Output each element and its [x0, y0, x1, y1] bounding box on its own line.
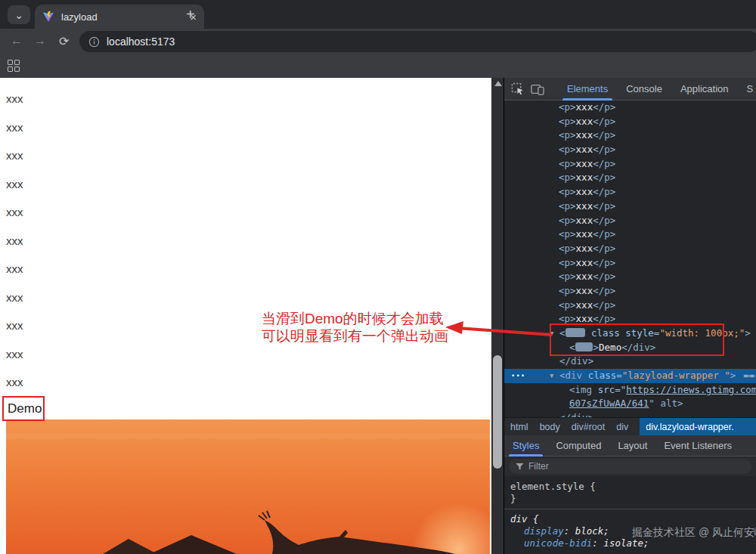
p-text: xxx — [576, 215, 593, 226]
tree-p-row[interactable]: <p>xxx</p> — [504, 157, 756, 172]
p-text: xxx — [576, 285, 593, 296]
page-scrollbar[interactable] — [491, 78, 503, 554]
rule-divider — [504, 509, 756, 509]
tab-search-button[interactable]: ⌄ — [8, 5, 30, 24]
styles-tab-bar: StylesComputedLayoutEvent Listeners — [504, 435, 756, 457]
p-open-tag: <p> — [559, 228, 576, 240]
page-paragraph: xxx — [6, 179, 23, 190]
breadcrumb-item[interactable]: div.lazyload-wrapper. — [640, 418, 756, 435]
tree-p-row[interactable]: <p>xxx</p> — [504, 214, 756, 228]
tree-row-partial-close[interactable]: </div> — [504, 411, 756, 417]
p-open-tag: <p> — [559, 243, 576, 254]
styles-filter-input[interactable]: Filter — [509, 459, 751, 474]
styles-tab-layout[interactable]: Layout — [609, 435, 655, 457]
tree-p-row[interactable]: <p>xxx</p> — [504, 242, 756, 256]
devtools-tab-console[interactable]: Console — [617, 78, 671, 101]
page-paragraph: xxx — [6, 264, 23, 275]
more-actions-icon[interactable]: ••• — [511, 369, 525, 383]
filter-funnel-icon — [516, 463, 524, 471]
breadcrumb-item[interactable]: div#root — [572, 418, 605, 435]
devtools-toolbar: ElementsConsoleApplicationS — [504, 78, 756, 101]
page-viewport: xxxxxxxxxxxxxxxxxxxxxxxxxxxxxxxxx Demo — [0, 78, 491, 554]
annotation-line-1: 当滑到Demo的时候才会加载 — [262, 311, 448, 328]
p-text: xxx — [576, 144, 593, 155]
div-rule-selector[interactable]: div { — [510, 513, 750, 525]
page-paragraphs: xxxxxxxxxxxxxxxxxxxxxxxxxxxxxxxxx — [6, 94, 23, 406]
tree-p-row[interactable]: <p>xxx</p> — [504, 143, 756, 157]
p-close-tag: </p> — [593, 215, 615, 226]
p-open-tag: <p> — [559, 144, 576, 155]
apps-grid-icon[interactable] — [8, 60, 20, 72]
tree-p-row[interactable]: <p>xxx</p> — [504, 299, 756, 313]
breadcrumb-item[interactable]: div — [616, 418, 628, 435]
url-text[interactable]: localhost:5173 — [107, 36, 175, 48]
tree-row-img-line2[interactable]: 607sZfUwAA/641" alt> — [504, 397, 756, 411]
page-paragraph: xxx — [6, 377, 23, 388]
expand-arrow-icon[interactable]: ▼ — [550, 369, 559, 383]
img-src-link[interactable]: https://inews.gtimg.com/om_bt — [626, 384, 756, 395]
p-close-tag: </p> — [593, 129, 615, 141]
page-paragraph: xxx — [6, 320, 23, 332]
tree-row-selected-lazyload-wrapper[interactable]: •••▼<div class="lazyload-wrapper ">== $0 — [504, 369, 756, 383]
tree-p-row[interactable]: <p>xxx</p> — [504, 101, 756, 115]
p-close-tag: </p> — [593, 200, 615, 212]
tree-p-row[interactable]: <p>xxx</p> — [504, 270, 756, 284]
styles-tab-styles[interactable]: Styles — [504, 435, 547, 457]
reload-icon[interactable]: ⟳ — [59, 34, 69, 48]
scrollbar-up-arrow-icon[interactable] — [494, 81, 502, 86]
tree-row-img-line1[interactable]: <img src="https://inews.gtimg.com/om_bt — [504, 383, 756, 398]
vite-logo-icon — [42, 11, 54, 23]
tree-p-row[interactable]: <p>xxx</p> — [504, 128, 756, 143]
p-text: xxx — [576, 101, 593, 113]
address-bar[interactable]: localhost:5173 — [79, 31, 756, 52]
tree-p-row[interactable]: <p>xxx</p> — [504, 200, 756, 214]
inspect-element-icon[interactable] — [511, 82, 524, 97]
p-text: xxx — [576, 116, 593, 127]
tree-p-row[interactable]: <p>xxx</p> — [504, 256, 756, 271]
tree-p-rows: <p>xxx</p><p>xxx</p><p>xxx</p><p>xxx</p>… — [504, 101, 756, 327]
info-icon[interactable] — [88, 36, 100, 48]
chevron-down-icon: ⌄ — [14, 9, 23, 21]
devtools-tab-elements[interactable]: Elements — [558, 78, 617, 101]
breadcrumb-item[interactable]: html — [510, 418, 528, 435]
p-close-tag: </p> — [593, 144, 615, 155]
img-src-link[interactable]: 607sZfUwAA/641 — [569, 398, 649, 409]
p-open-tag: <p> — [559, 186, 576, 197]
elements-tree: <p>xxx</p><p>xxx</p><p>xxx</p><p>xxx</p>… — [504, 101, 756, 417]
p-open-tag: <p> — [559, 116, 576, 127]
tree-p-row[interactable]: <p>xxx</p> — [504, 284, 756, 299]
tree-row-close-div[interactable]: </div> — [504, 354, 756, 369]
tree-p-row[interactable]: <p>xxx</p> — [504, 185, 756, 200]
device-toolbar-icon[interactable] — [531, 82, 544, 97]
devtools-tab-s[interactable]: S — [738, 78, 756, 101]
p-text: xxx — [576, 186, 593, 197]
page-paragraph: xxx — [6, 292, 23, 304]
p-close-tag: </p> — [593, 101, 615, 113]
annotation-text: 当滑到Demo的时候才会加载 可以明显看到有一个弹出动画 — [262, 311, 448, 345]
styles-tab-computed[interactable]: Computed — [547, 435, 609, 457]
css-property-name: unicode-bidi — [524, 537, 592, 549]
p-close-tag: </p> — [593, 172, 615, 183]
annotation-red-box — [550, 323, 724, 356]
browser-tab[interactable]: lazyload × — [35, 5, 204, 29]
page-paragraph: xxx — [6, 94, 23, 105]
p-close-tag: </p> — [593, 299, 615, 311]
p-open-tag: <p> — [559, 285, 576, 296]
tree-p-row[interactable]: <p>xxx</p> — [504, 115, 756, 129]
tree-p-row[interactable]: <p>xxx</p> — [504, 171, 756, 185]
tab-title: lazyload — [61, 11, 190, 23]
p-open-tag: <p> — [559, 101, 576, 113]
scrollbar-thumb[interactable] — [493, 355, 502, 469]
forward-icon[interactable]: → — [34, 34, 46, 48]
back-icon[interactable]: ← — [11, 34, 23, 48]
devtools-panel: ElementsConsoleApplicationS <p>xxx</p><p… — [503, 78, 756, 554]
devtools-tab-application[interactable]: Application — [671, 78, 738, 101]
element-style-close: } — [510, 493, 750, 505]
p-close-tag: </p> — [593, 285, 615, 296]
styles-tab-event-listeners[interactable]: Event Listeners — [655, 435, 740, 457]
new-tab-button[interactable]: + — [186, 6, 195, 23]
breadcrumb-item[interactable]: body — [540, 418, 560, 435]
dollar-zero-badge: == $0 — [743, 370, 756, 381]
tree-p-row[interactable]: <p>xxx</p> — [504, 227, 756, 242]
element-style-rule[interactable]: element.style { — [510, 481, 750, 493]
